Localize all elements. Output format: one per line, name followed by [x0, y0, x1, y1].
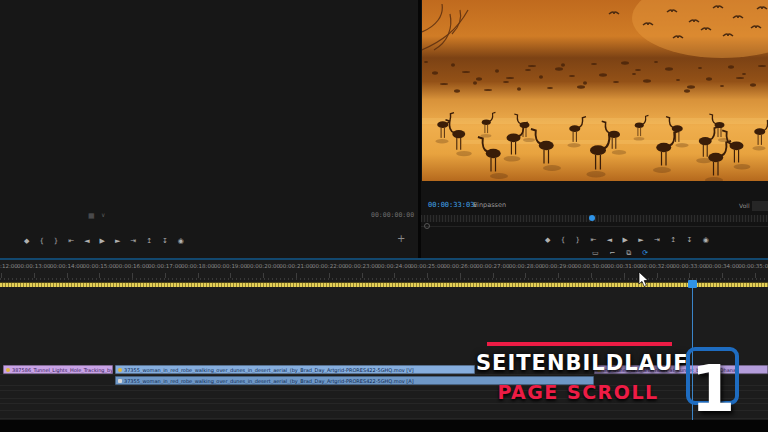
ruler-tick-mark: [394, 273, 395, 278]
ruler-tick-mark: [427, 273, 428, 278]
mark-in-button[interactable]: {: [39, 237, 43, 246]
scrubber-zoom-bar[interactable]: [421, 226, 768, 227]
step-forward-button[interactable]: ►: [638, 236, 643, 245]
ruler-tick-mark: [34, 273, 35, 278]
overlay-title: SEITENBILDLAUF: [476, 349, 680, 377]
ruler-tick-mark: [263, 273, 264, 278]
fit-dropdown-label: Einpassen: [473, 201, 506, 209]
clip-label: 37355_woman_in_red_robe_walking_over_dun…: [124, 366, 414, 374]
program-transport-bar: ◆{}⇤◄▶►⇥↥↧◉: [545, 235, 709, 245]
overwrite-button[interactable]: ↧: [162, 237, 168, 246]
timeline-bottom-strip: [0, 420, 768, 432]
program-current-timecode: 00:00:33:03: [428, 201, 474, 209]
mark-out-button[interactable]: }: [54, 237, 58, 246]
mark-out-button[interactable]: }: [576, 236, 580, 245]
ruler-tick-mark: [755, 273, 756, 278]
ruler-tick-mark: [296, 273, 297, 278]
source-duration-timecode: 00:00:00:00: [371, 211, 414, 219]
safe-margins-button[interactable]: ▭: [592, 249, 599, 258]
fx-badge-icon: [118, 368, 122, 372]
ruler-tick-mark: [722, 273, 723, 278]
ruler-minor-ticks: [0, 278, 768, 280]
play-button[interactable]: ▶: [100, 237, 105, 246]
multi-camera-view-button[interactable]: ⧉: [626, 249, 631, 258]
resolution-dropdown-box[interactable]: [752, 201, 768, 211]
overlay-accent-bar: [487, 342, 672, 346]
ruler-tick-mark: [99, 273, 100, 278]
clip-label: 37355_woman_in_red_robe_walking_over_dun…: [124, 377, 414, 385]
ruler-tick-mark: [67, 273, 68, 278]
ruler-tick-mark: [1, 273, 2, 278]
timeline-panel: 00:00:12:0000:00:13:0000:00:14:0000:00:1…: [0, 260, 768, 432]
source-monitor-panel: ▦ ∨ 00:00:00:00 ◆{}⇤◄▶►⇥↥↧◉ +: [0, 0, 418, 258]
ruler-tick-mark: [230, 273, 231, 278]
step-back-button[interactable]: ◄: [84, 237, 89, 246]
fx-badge-icon: [118, 379, 122, 383]
ruler-tick-mark: [362, 273, 363, 278]
go-to-out-button[interactable]: ⇥: [130, 237, 136, 246]
go-to-in-button[interactable]: ⇤: [68, 237, 74, 246]
ruler-tick-mark: [525, 273, 526, 278]
ruler-tick-mark: [591, 273, 592, 278]
ruler-tick-mark: [198, 273, 199, 278]
step-back-button[interactable]: ◄: [607, 236, 612, 245]
timeline-clip-v1[interactable]: 387586_Tunnel_Lights_Hole_Tracking_by_Fi…: [3, 365, 113, 374]
ruler-tick-label: 00:00:35:00: [733, 263, 768, 269]
playback-resolution-dropdown[interactable]: Voll: [739, 202, 750, 209]
program-video-frame: [422, 0, 768, 181]
playhead-marker[interactable]: [688, 280, 697, 288]
go-to-in-button[interactable]: ⇤: [590, 236, 596, 245]
lift-button[interactable]: ↥: [670, 236, 676, 245]
chevron-down-icon: ∨: [473, 201, 478, 209]
program-scrubber[interactable]: [421, 215, 768, 222]
source-menu-caret-icon[interactable]: ∨: [101, 211, 105, 219]
program-tools-bar: ▭⌐⧉⟳: [592, 248, 648, 258]
ruler-tick-mark: [657, 273, 658, 278]
track-divider: [0, 418, 768, 419]
extract-button[interactable]: ↧: [687, 236, 693, 245]
ruler-tick-mark: [132, 273, 133, 278]
scrubber-playhead-dot[interactable]: [589, 215, 595, 221]
overlay-key-label: 1: [688, 357, 738, 421]
add-marker-button[interactable]: ◆: [24, 237, 29, 246]
insert-button[interactable]: ↥: [146, 237, 152, 246]
scrubber-zoom-knob[interactable]: [424, 223, 430, 229]
track-divider: [0, 410, 768, 411]
fx-badge-icon: [6, 368, 10, 372]
add-marker-button[interactable]: ◆: [545, 236, 550, 245]
ruler-tick-mark: [689, 273, 690, 278]
ruler-tick-mark: [558, 273, 559, 278]
export-frame-button[interactable]: ◉: [703, 236, 709, 245]
step-forward-button[interactable]: ►: [115, 237, 120, 246]
mark-in-button[interactable]: {: [561, 236, 565, 245]
export-frame-button[interactable]: ◉: [178, 237, 184, 246]
play-button[interactable]: ▶: [622, 236, 627, 245]
source-settings-grid-icon[interactable]: ▦: [88, 212, 95, 220]
comparison-view-button[interactable]: ⟳: [642, 249, 648, 258]
ruler-tick-mark: [165, 273, 166, 278]
go-to-out-button[interactable]: ⇥: [654, 236, 660, 245]
panel-divider: [418, 0, 421, 258]
ruler-tick-mark: [460, 273, 461, 278]
work-area-bar[interactable]: [0, 282, 768, 287]
ruler-tick-mark: [493, 273, 494, 278]
program-monitor-panel: 00:00:33:03 Einpassen ∨ Voll ◆{}⇤◄▶►⇥↥↧◉…: [421, 0, 768, 258]
timeline-clip-v1[interactable]: 37355_woman_in_red_robe_walking_over_dun…: [115, 365, 475, 374]
trim-mode-button[interactable]: ⌐: [610, 249, 616, 258]
ruler-tick-mark: [329, 273, 330, 278]
premiere-app-window: ▦ ∨ 00:00:00:00 ◆{}⇤◄▶►⇥↥↧◉ +: [0, 0, 768, 432]
button-editor-add-button[interactable]: +: [397, 233, 405, 244]
timeline-ruler[interactable]: 00:00:12:0000:00:13:0000:00:14:0000:00:1…: [0, 260, 768, 281]
source-transport-bar: ◆{}⇤◄▶►⇥↥↧◉: [24, 236, 184, 246]
mouse-cursor: [638, 272, 650, 288]
clip-label: 387586_Tunnel_Lights_Hole_Tracking_by_Fi…: [12, 366, 113, 374]
overlay-subtitle: PAGE SCROLL: [476, 380, 680, 404]
ruler-tick-mark: [624, 273, 625, 278]
